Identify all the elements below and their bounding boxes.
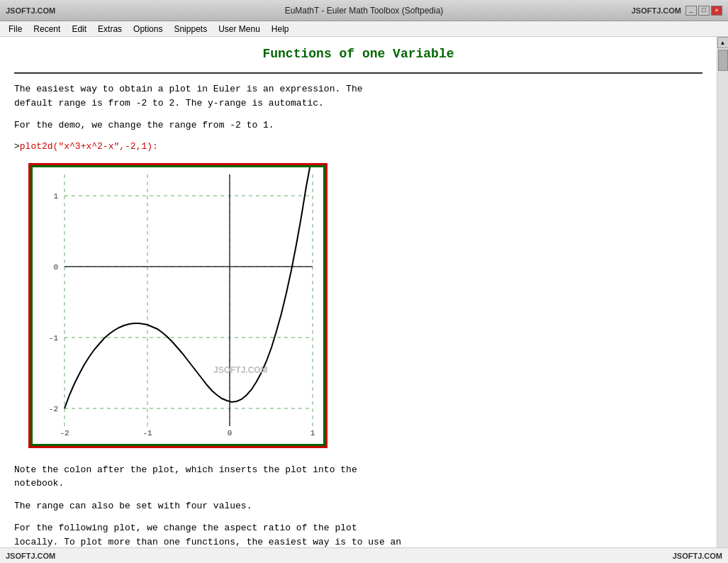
menu-file[interactable]: File bbox=[3, 23, 28, 35]
code-text: plot2d("x^3+x^2-x",-2,1): bbox=[20, 141, 158, 152]
paragraph-1-line2: default range is from -2 to 2. The y-ran… bbox=[14, 98, 324, 108]
statusbar: JSOFTJ.COM JSOFTJ.COM bbox=[0, 547, 728, 563]
svg-text:-1: -1 bbox=[49, 334, 59, 342]
paragraph-5-line2: locally. To plot more than one functions… bbox=[14, 537, 401, 547]
menu-help[interactable]: Help bbox=[266, 23, 295, 35]
menubar: File Recent Edit Extras Options Snippets… bbox=[0, 21, 728, 37]
svg-text:-2: -2 bbox=[60, 429, 69, 437]
paragraph-3: Note the colon after the plot, which ins… bbox=[14, 463, 702, 491]
titlebar-logo-right: JSOFTJ.COM bbox=[632, 6, 681, 15]
svg-text:-2: -2 bbox=[49, 405, 58, 413]
window-controls: _ □ ✕ bbox=[685, 6, 722, 16]
svg-text:1: 1 bbox=[310, 429, 315, 437]
menu-snippets[interactable]: Snippets bbox=[168, 23, 213, 35]
close-button[interactable]: ✕ bbox=[711, 6, 722, 16]
page-title: Functions of one Variable bbox=[14, 44, 702, 61]
statusbar-logo-left: JSOFTJ.COM bbox=[6, 552, 55, 560]
svg-text:0: 0 bbox=[228, 429, 233, 437]
menu-extras[interactable]: Extras bbox=[92, 23, 128, 35]
paragraph-1: The easiest way to obtain a plot in Eule… bbox=[14, 82, 702, 110]
scrollbar[interactable]: ▲ bbox=[717, 37, 728, 547]
scroll-up-button[interactable]: ▲ bbox=[717, 37, 729, 48]
paragraph-4-text: The range can also be set with four valu… bbox=[14, 501, 252, 511]
minimize-button[interactable]: _ bbox=[685, 6, 697, 16]
paragraph-3-line1: Note the colon after the plot, which ins… bbox=[14, 464, 357, 475]
main-wrapper: Functions of one Variable The easiest wa… bbox=[0, 37, 728, 547]
svg-text:-1: -1 bbox=[142, 429, 152, 437]
paragraph-2: For the demo, we change the range from -… bbox=[14, 118, 702, 133]
paragraph-5-line1: For the following plot, we change the as… bbox=[14, 523, 357, 533]
scroll-thumb[interactable] bbox=[718, 50, 728, 71]
svg-text:1: 1 bbox=[53, 192, 58, 201]
paragraph-2-text: For the demo, we change the range from -… bbox=[14, 120, 274, 130]
plot-container-inner: -2 -1 0 1 1 0 -1 -2 JSOFTJ.COM bbox=[30, 165, 325, 446]
plot-svg: -2 -1 0 1 1 0 -1 -2 JSOFTJ.COM bbox=[33, 167, 323, 444]
separator bbox=[14, 72, 702, 74]
code-prompt: > bbox=[14, 141, 20, 152]
paragraph-4: The range can also be set with four valu… bbox=[14, 499, 702, 513]
menu-usermenu[interactable]: User Menu bbox=[213, 23, 266, 35]
menu-options[interactable]: Options bbox=[128, 23, 168, 35]
paragraph-3-line2: notebook. bbox=[14, 478, 64, 489]
menu-edit[interactable]: Edit bbox=[66, 23, 92, 35]
paragraph-1-line1: The easiest way to obtain a plot in Eule… bbox=[14, 84, 362, 94]
plot-watermark: JSOFTJ.COM bbox=[213, 365, 268, 375]
paragraph-5: For the following plot, we change the as… bbox=[14, 521, 702, 547]
titlebar: JSOFTJ.COM EuMathT - Euler Math Toolbox … bbox=[0, 0, 728, 21]
content-area[interactable]: Functions of one Variable The easiest wa… bbox=[0, 37, 717, 547]
menu-recent[interactable]: Recent bbox=[28, 23, 66, 35]
statusbar-logo-right: JSOFTJ.COM bbox=[673, 552, 722, 560]
maximize-button[interactable]: □ bbox=[698, 6, 710, 16]
svg-text:0: 0 bbox=[53, 263, 58, 272]
titlebar-logo-left: JSOFTJ.COM bbox=[6, 6, 55, 15]
code-line: >plot2d("x^3+x^2-x",-2,1): bbox=[14, 141, 702, 152]
titlebar-title: EuMathT - Euler Math Toolbox (Softpedia) bbox=[285, 6, 444, 16]
svg-rect-0 bbox=[33, 167, 323, 444]
plot-container-outer: -2 -1 0 1 1 0 -1 -2 JSOFTJ.COM bbox=[28, 163, 327, 448]
